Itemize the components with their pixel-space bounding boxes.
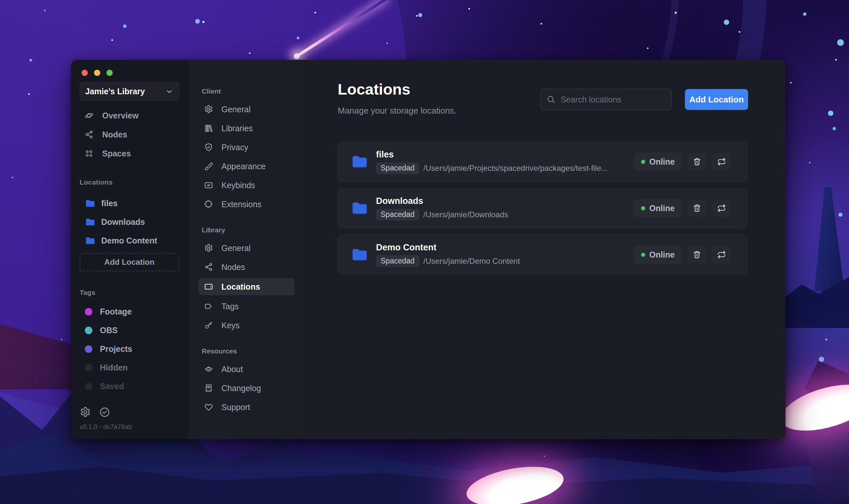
locations-list: files Downloads Demo Content: [80, 195, 179, 248]
tag-item-projects[interactable]: Projects: [80, 341, 179, 357]
location-item-downloads[interactable]: Downloads: [80, 214, 179, 230]
settings-gear-icon[interactable]: [80, 407, 91, 418]
location-card-demo-content[interactable]: Demo Content Spacedad /Users/jamie/Demo …: [337, 234, 748, 275]
repeat-icon: [717, 157, 726, 166]
settings-item-label: General: [221, 244, 250, 253]
location-item-demo-content[interactable]: Demo Content: [80, 233, 179, 248]
settings-item-label: Keys: [221, 321, 240, 330]
zoom-window-button[interactable]: [106, 70, 113, 76]
location-name: Demo Content: [376, 242, 520, 253]
settings-item-label: About: [221, 364, 243, 374]
share-nodes-icon: [85, 130, 94, 139]
sidebar-item-label: Spaces: [102, 149, 131, 158]
ufo-icon: [204, 364, 213, 374]
minimize-window-button[interactable]: [94, 70, 100, 76]
location-card-files[interactable]: files Spacedad /Users/jamie/Projects/spa…: [337, 141, 748, 182]
location-info: files Spacedad /Users/jamie/Projects/spa…: [376, 149, 608, 174]
close-window-button[interactable]: [82, 70, 88, 76]
settings-item-label: Libraries: [221, 124, 253, 133]
rescan-location-button[interactable]: [712, 153, 731, 170]
delete-location-button[interactable]: [688, 199, 707, 217]
sidebar-add-location-button[interactable]: Add Location: [80, 253, 179, 271]
tag-item-saved[interactable]: Saved: [80, 378, 179, 394]
tag-color-dot: [85, 327, 92, 334]
settings-item-library-nodes[interactable]: Nodes: [198, 259, 294, 275]
tag-item-obs[interactable]: OBS: [80, 322, 179, 338]
settings-item-support[interactable]: Support: [198, 399, 294, 415]
tag-icon: [204, 302, 213, 311]
trash-icon: [692, 157, 701, 166]
keyboard-return-icon: [204, 181, 213, 190]
online-dot: [641, 206, 645, 211]
sidebar-footer: v0.1.0 - dc7a76ab: [80, 407, 132, 431]
gear-icon: [204, 244, 213, 253]
location-item-files[interactable]: files: [80, 195, 179, 211]
location-name: files: [376, 149, 608, 160]
settings-item-label: Locations: [221, 282, 260, 292]
location-item-label: Downloads: [101, 217, 145, 227]
location-item-label: files: [101, 199, 118, 208]
sidebar-item-overview[interactable]: Overview: [80, 108, 179, 123]
folder-icon: [84, 198, 96, 209]
online-dot: [641, 160, 645, 164]
receipt-icon: [204, 383, 213, 393]
settings-item-about[interactable]: About: [198, 361, 294, 377]
rescan-location-button[interactable]: [712, 199, 731, 217]
location-info: Demo Content Spacedad /Users/jamie/Demo …: [376, 242, 520, 267]
settings-section-client: Client: [202, 87, 299, 95]
settings-item-extensions[interactable]: Extensions: [198, 196, 294, 212]
page-subtitle: Manage your storage locations.: [338, 106, 456, 116]
settings-item-library-general[interactable]: General: [198, 240, 294, 256]
location-name: Downloads: [376, 196, 508, 206]
tag-item-hidden[interactable]: Hidden: [80, 360, 179, 375]
settings-item-locations-selected[interactable]: Locations: [198, 278, 294, 295]
tag-label: Saved: [100, 382, 124, 391]
settings-item-client-general[interactable]: General: [198, 102, 294, 117]
sidebar-item-spaces[interactable]: Spaces: [80, 146, 179, 161]
settings-item-privacy[interactable]: Privacy: [198, 140, 294, 155]
rescan-location-button[interactable]: [712, 246, 731, 264]
settings-item-changelog[interactable]: Changelog: [198, 380, 294, 396]
settings-item-keys[interactable]: Keys: [198, 318, 294, 333]
tag-color-dot: [85, 364, 92, 372]
node-badge: Spacedad: [376, 255, 419, 267]
location-card-downloads[interactable]: Downloads Spacedad /Users/jamie/Download…: [337, 188, 748, 229]
settings-item-label: Support: [221, 402, 250, 412]
settings-section-resources: Resources: [202, 347, 299, 355]
repeat-icon: [717, 250, 726, 259]
status-label: Online: [649, 203, 675, 213]
node-badge: Spacedad: [376, 162, 419, 174]
settings-item-library-tags[interactable]: Tags: [198, 299, 294, 314]
library-switcher-label: Jamie's Library: [85, 87, 145, 96]
shield-check-icon: [204, 143, 213, 152]
settings-item-libraries[interactable]: Libraries: [198, 121, 294, 136]
tag-label: OBS: [100, 326, 118, 335]
settings-item-appearance[interactable]: Appearance: [198, 158, 294, 174]
tag-item-footage[interactable]: Footage: [80, 304, 179, 320]
background-monolith: [814, 187, 845, 291]
tags-list: Footage OBS Projects Hidden Saved: [80, 304, 179, 394]
settings-item-label: Changelog: [221, 383, 261, 393]
delete-location-button[interactable]: [688, 153, 707, 170]
app-version: v0.1.0 - dc7a76ab: [80, 423, 132, 431]
repeat-icon: [717, 203, 726, 213]
tag-label: Footage: [100, 307, 132, 317]
tag-label: Projects: [100, 344, 132, 354]
paintbrush-icon: [204, 162, 213, 171]
spacedrive-settings-window: Jamie's Library Overview Nodes Spaces Lo…: [71, 60, 785, 439]
folder-icon: [349, 153, 370, 170]
key-icon: [204, 321, 213, 330]
add-location-button[interactable]: Add Location: [685, 89, 748, 110]
check-circle-icon[interactable]: [99, 407, 110, 418]
settings-item-keybinds[interactable]: Keybinds: [198, 177, 294, 193]
tag-color-dot: [85, 345, 92, 353]
location-card-icon: [204, 282, 213, 291]
node-badge: Spacedad: [376, 209, 419, 220]
sidebar-item-nodes[interactable]: Nodes: [80, 127, 179, 142]
settings-nav: Client General Libraries Privacy Appeara…: [188, 60, 305, 439]
library-switcher[interactable]: Jamie's Library: [80, 82, 179, 101]
delete-location-button[interactable]: [688, 246, 707, 264]
share-nodes-icon: [204, 263, 213, 272]
search-locations-input[interactable]: [560, 94, 668, 105]
folder-icon: [349, 246, 370, 263]
